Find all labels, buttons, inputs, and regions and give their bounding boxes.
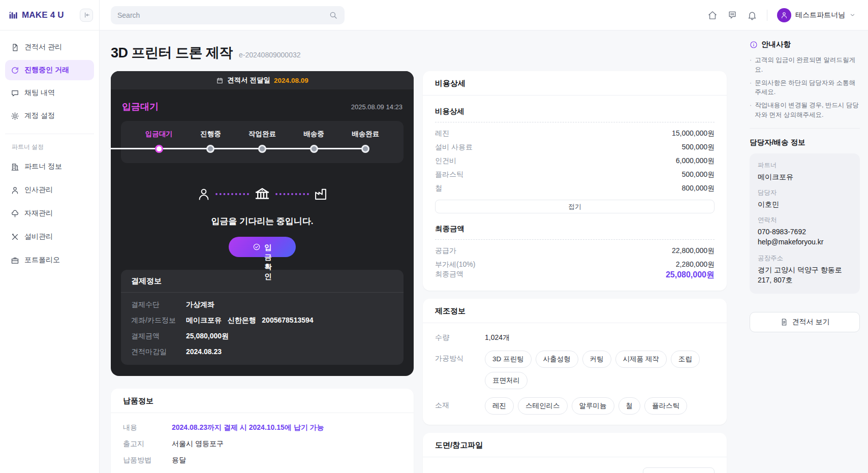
collapse-button[interactable]: 접기 [435,200,715,213]
brand-logo-icon [8,10,19,20]
cost-row-label: 철 [435,184,442,193]
cost-row-label: 레진 [435,129,449,138]
delivery-row-value: 서울시 영등포구 [172,439,224,449]
main-content: 3D 프린터 드론 제작 e-20240809000032 견적서 전달일 20… [100,30,740,473]
header-divider [767,10,767,21]
rail-divider [750,128,860,129]
page-title: 3D 프린터 드론 제작 [111,44,233,62]
progress-stepper: 입금대기 진행중 작업완료 [121,121,404,163]
chat-badge-icon[interactable] [727,10,737,20]
collapse-icon [83,11,90,19]
info-icon [750,41,758,49]
payment-row-label: 결제수단 [131,300,186,309]
final-amount-label: 최종금액 [435,270,463,280]
building-icon [11,163,19,171]
sidebar-item[interactable]: 포트폴리오 [5,250,94,270]
sidebar-collapse-button[interactable] [80,9,93,22]
cost-detail-title: 비용상세 [423,71,727,96]
sidebar-item[interactable]: 설비관리 [5,227,94,247]
view-quote-button[interactable]: 견적서 보기 [750,312,860,332]
cost-row-value: 500,000원 [681,143,715,152]
avatar-person-icon [780,11,788,19]
delivery-info-title: 납품정보 [111,389,414,413]
quantity-label: 수량 [435,333,485,342]
brand-name: MAKE 4 U [22,10,64,20]
material-chip: 알루미늄 [572,397,614,415]
sidebar-section-label: 파트너 설정 [5,134,94,156]
cost-row-value: 15,000,000원 [672,129,715,138]
materials-icon [11,209,19,218]
search-icon[interactable] [329,11,338,20]
sidebar-item[interactable]: 자재관리 [5,203,94,224]
sidebar-item[interactable]: 파트너 정보 [5,156,94,177]
dashed-divider [435,122,715,122]
bank-icon [254,185,271,203]
files-card-title: 도면/참고파일 [423,433,727,457]
quote-doc-icon [11,43,19,52]
bell-icon[interactable] [747,10,757,20]
sidebar-header: MAKE 4 U [0,0,99,30]
delivery-row-value: 2024.08.23까지 결제 시 2024.10.15에 납기 가능 [172,423,324,432]
step-dot [155,145,163,153]
payment-confirm-button[interactable]: 입금확인 [229,237,296,257]
equipment-icon [11,233,19,241]
contact-field: 담당자 이호민 [758,188,852,209]
user-menu[interactable]: 테스트파트너님 [777,8,856,22]
step-label: 진행중 [200,130,221,139]
notice-title: 안내사항 [761,40,791,49]
sidebar-item[interactable]: 진행중인 거래 [5,60,94,80]
home-icon[interactable] [707,10,718,20]
sidebar-item[interactable]: 채팅 내역 [5,83,94,103]
factory-icon [314,187,328,201]
notice-item: 작업내용이 변경될 경우, 반드시 담당자와 먼저 상의해주세요. [750,101,860,120]
sidebar: MAKE 4 U 견적서 관리 진행중인 거래 채팅 내역 계정 설정 [0,0,100,473]
sidebar-item[interactable]: 계정 설정 [5,106,94,126]
total-row-value: 2,280,000원 [676,260,715,269]
sidebar-item-label: 진행중인 거래 [24,66,69,75]
contact-field: 파트너 메이크포유 [758,161,852,182]
cost-row: 설비 사용료 500,000원 [435,143,715,152]
method-label: 가공방식 [435,351,485,363]
sidebar-item[interactable]: 견적서 관리 [5,37,94,57]
contact-field: 연락처 070-8983-7692 help@makeforyou.kr [758,216,852,247]
portfolio-icon [11,256,19,265]
partner-label: 파트너 [758,161,852,170]
cost-detail-card: 비용상세 비용상세 레진 15,000,000원 [423,71,727,291]
step-label: 입금대기 [145,130,173,139]
cost-row: 플라스틱 500,000원 [435,170,715,179]
dashed-divider [435,239,715,240]
sidebar-item[interactable]: 인사관리 [5,180,94,200]
contact-card: 파트너 메이크포유 담당자 이호민 연락처 070-8983-7692 help… [750,153,860,294]
material-label: 소재 [435,397,485,410]
payment-row-label: 견적마감일 [131,348,186,357]
cost-row: 레진 15,000,000원 [435,129,715,138]
cost-row: 인건비 6,000,000원 [435,156,715,166]
method-chip: 커팅 [582,351,611,368]
chat-icon [11,89,19,98]
payment-row-value: 2024.08.23 [186,348,222,356]
cost-row-label: 플라스틱 [435,170,463,179]
download-all-button[interactable]: 파일 전체 다운로드 [643,467,715,473]
stepper-step: 작업완료 [236,130,288,153]
flow-dots [215,193,249,195]
document-icon [780,318,788,326]
search-bar[interactable] [111,6,345,24]
partner-value: 메이크포유 [758,172,852,182]
manufacturing-info-title: 제조정보 [423,299,727,323]
cost-row-value: 800,000원 [681,184,715,193]
delivery-row: 납품방법 용달 [123,456,401,465]
quote-delivery-bar: 견적서 전달일 2024.08.09 [111,71,414,89]
contact-email: help@makeforyou.kr [758,237,852,247]
ongoing-deal-icon [11,66,19,75]
app-root: MAKE 4 U 견적서 관리 진행중인 거래 채팅 내역 계정 설정 [0,0,868,473]
step-dot [206,145,214,153]
contact-field: 공장주소 경기 고양시 덕양구 향동로 217, 807호 [758,254,852,286]
method-chip: 조립 [671,351,700,368]
avatar [777,8,791,22]
user-name: 테스트파트너님 [795,11,845,20]
search-input[interactable] [117,11,325,19]
material-chip: 레진 [485,397,514,415]
brand[interactable]: MAKE 4 U [8,10,64,20]
flow-dots [275,193,309,195]
sidebar-item-label: 파트너 정보 [24,162,62,171]
